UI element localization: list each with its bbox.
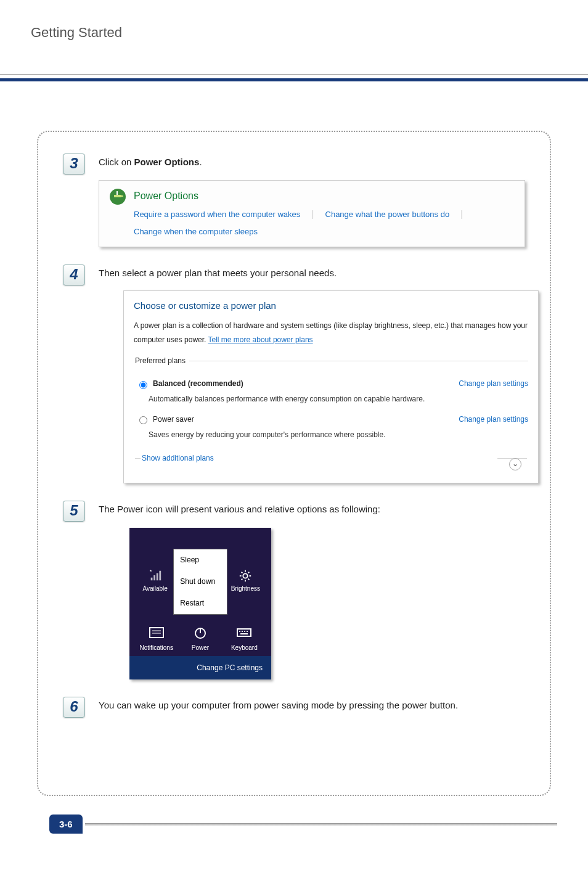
step-number: 4 xyxy=(63,265,85,285)
page-number: 3-6 xyxy=(49,815,83,834)
signal-icon: * xyxy=(149,569,162,583)
menu-sleep[interactable]: Sleep xyxy=(174,549,226,571)
network-status[interactable]: * Available xyxy=(137,569,173,594)
menu-shut-down[interactable]: Shut down xyxy=(174,571,226,593)
svg-rect-24 xyxy=(240,633,248,634)
power-options-title[interactable]: Power Options xyxy=(134,187,472,205)
svg-line-10 xyxy=(242,572,243,573)
step-5: 5 The Power icon will present various an… xyxy=(63,501,525,680)
svg-point-5 xyxy=(243,573,248,578)
step-number: 5 xyxy=(63,501,85,522)
menu-restart[interactable]: Restart xyxy=(174,593,226,614)
preferred-plans-label: Preferred plans xyxy=(134,354,189,368)
plan-panel-description: A power plan is a collection of hardware… xyxy=(134,321,528,344)
plan-desc-saver: Saves energy by reducing your computer's… xyxy=(149,428,528,442)
step-number: 3 xyxy=(63,154,85,174)
svg-line-12 xyxy=(242,579,243,580)
power-menu: Sleep Shut down Restart xyxy=(173,549,227,614)
network-label: Available xyxy=(142,583,167,594)
step3-text-prefix: Click on xyxy=(99,157,134,167)
step-4: 4 Then select a power plan that meets yo… xyxy=(63,265,525,483)
svg-rect-21 xyxy=(242,631,243,632)
svg-line-11 xyxy=(248,579,250,580)
change-plan-settings-saver[interactable]: Change plan settings xyxy=(459,412,528,427)
plan-row-saver: Power saver Change plan settings xyxy=(136,412,528,427)
notifications-label: Notifications xyxy=(139,642,173,654)
plan-panel-learn-more-link[interactable]: Tell me more about power plans xyxy=(208,335,313,344)
step6-text: You can wake up your computer from power… xyxy=(99,700,458,710)
power-options-icon xyxy=(108,187,128,207)
keyboard-icon xyxy=(236,626,252,639)
show-additional-plans[interactable]: Show additional plans xyxy=(141,451,497,466)
power-label: Power xyxy=(192,642,209,654)
keyboard-label: Keyboard xyxy=(231,642,258,654)
svg-rect-22 xyxy=(244,631,245,632)
separator: | xyxy=(311,208,314,219)
power-plan-panel: Choose or customize a power plan A power… xyxy=(123,290,539,483)
po-link-sleep[interactable]: Change when the computer sleeps xyxy=(134,227,258,236)
brightness-label: Brightness xyxy=(231,583,260,594)
change-plan-settings-balanced[interactable]: Change plan settings xyxy=(459,377,528,391)
step3-text-bold: Power Options xyxy=(134,157,200,167)
svg-rect-19 xyxy=(237,629,251,636)
content-panel: 3 Click on Power Options. Power Options … xyxy=(37,131,551,796)
page-number-wrap: 3-6 xyxy=(49,815,557,834)
plan-radio-balanced[interactable] xyxy=(139,381,147,389)
step-3: 3 Click on Power Options. Power Options … xyxy=(63,154,525,247)
notifications-icon xyxy=(149,626,165,639)
plan-panel-title: Choose or customize a power plan xyxy=(134,297,528,315)
svg-line-13 xyxy=(248,572,250,573)
step5-text: The Power icon will present various and … xyxy=(99,504,380,514)
svg-rect-2 xyxy=(121,195,123,197)
step-number: 6 xyxy=(63,697,85,718)
plan-desc-balanced: Automatically balances performance with … xyxy=(149,392,528,406)
power-button[interactable]: Power xyxy=(181,626,220,654)
plan-name-balanced: Balanced (recommended) xyxy=(153,377,243,391)
brightness-control[interactable]: Brightness xyxy=(227,569,264,594)
page-title: Getting Started xyxy=(31,25,557,41)
po-link-require-password[interactable]: Require a password when the computer wak… xyxy=(134,210,300,219)
step-6: 6 You can wake up your computer from pow… xyxy=(63,697,525,718)
keyboard-button[interactable]: Keyboard xyxy=(224,626,264,654)
po-link-power-buttons[interactable]: Change what the power buttons do xyxy=(325,210,450,219)
separator: | xyxy=(460,208,463,219)
step4-text: Then select a power plan that meets your… xyxy=(99,268,337,278)
power-options-box: Power Options Require a password when th… xyxy=(99,180,525,247)
plan-radio-saver[interactable] xyxy=(139,416,147,424)
svg-rect-23 xyxy=(247,631,248,632)
notifications-button[interactable]: Notifications xyxy=(137,626,176,654)
svg-text:*: * xyxy=(150,569,152,575)
chevron-down-icon[interactable]: ⌄ xyxy=(509,458,521,470)
change-pc-settings[interactable]: Change PC settings xyxy=(129,656,271,680)
brightness-icon xyxy=(239,569,252,583)
step3-text-suffix: . xyxy=(199,157,202,167)
charm-panel: * Available Sleep Shut down Restart xyxy=(129,528,271,679)
svg-rect-14 xyxy=(150,628,163,638)
svg-rect-20 xyxy=(239,631,240,632)
power-icon xyxy=(192,626,208,639)
plan-row-balanced: Balanced (recommended) Change plan setti… xyxy=(136,377,528,391)
svg-rect-1 xyxy=(114,195,121,197)
plan-name-saver: Power saver xyxy=(153,412,194,427)
svg-rect-3 xyxy=(116,191,118,195)
